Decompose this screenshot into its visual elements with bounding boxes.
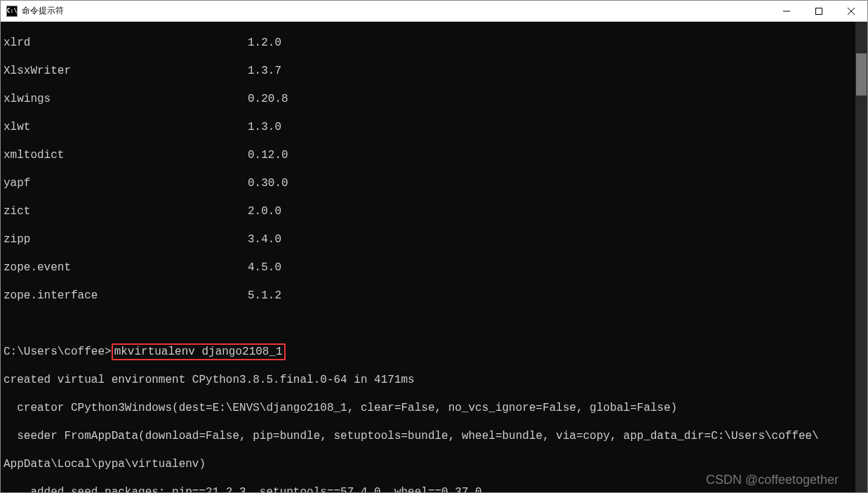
minimize-button[interactable] xyxy=(770,1,803,21)
package-row: xlwings0.20.8 xyxy=(4,92,853,106)
package-row: XlsxWriter1.3.7 xyxy=(4,64,853,78)
cmd-icon: C:\ xyxy=(6,6,18,17)
highlighted-command: mkvirtualenv django2108_1 xyxy=(112,343,286,360)
output-line: creator CPython3Windows(dest=E:\ENVS\dja… xyxy=(4,401,853,415)
package-row: zope.interface5.1.2 xyxy=(4,289,853,303)
watermark: CSDN @coffeetogether xyxy=(706,473,839,487)
close-button[interactable] xyxy=(835,1,867,21)
output-line: seeder FromAppData(download=False, pip=b… xyxy=(4,429,853,443)
window-controls xyxy=(770,1,867,21)
blank-line xyxy=(4,317,853,331)
prompt-line: C:\Users\coffee>mkvirtualenv django2108_… xyxy=(4,345,853,359)
terminal-output[interactable]: xlrd1.2.0 XlsxWriter1.3.7 xlwings0.20.8 … xyxy=(1,22,855,492)
package-row: zict2.0.0 xyxy=(4,204,853,218)
output-line: created virtual environment CPython3.8.5… xyxy=(4,373,853,387)
package-row: xlwt1.3.0 xyxy=(4,120,853,134)
package-row: yapf0.30.0 xyxy=(4,176,853,190)
package-row: xlrd1.2.0 xyxy=(4,36,853,50)
scrollbar-thumb[interactable] xyxy=(856,53,867,96)
output-line: AppData\Local\pypa\virtualenv) xyxy=(4,457,853,471)
package-row: zope.event4.5.0 xyxy=(4,261,853,275)
titlebar: C:\ 命令提示符 xyxy=(1,1,867,22)
window-title: 命令提示符 xyxy=(22,5,770,17)
output-line: added seed packages: pip==21.2.3, setupt… xyxy=(4,485,853,492)
scrollbar[interactable] xyxy=(855,22,867,492)
package-row: zipp3.4.0 xyxy=(4,232,853,246)
svg-rect-1 xyxy=(816,8,822,14)
maximize-button[interactable] xyxy=(803,1,835,21)
package-row: xmltodict0.12.0 xyxy=(4,148,853,162)
